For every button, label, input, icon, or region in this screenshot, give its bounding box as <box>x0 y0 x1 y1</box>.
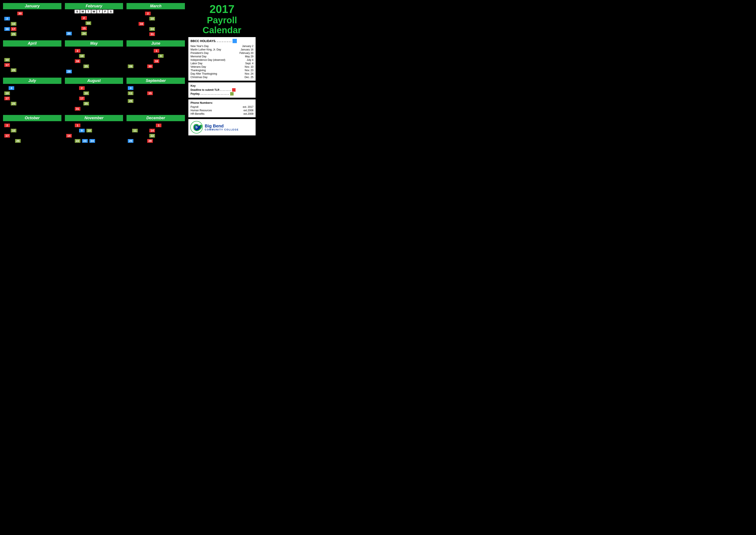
date-row: 17 <box>66 96 122 101</box>
holiday-row: Thanksgiving Nov. 23 <box>191 69 254 72</box>
month-header-april: April <box>3 40 62 46</box>
date-badge: 4 <box>128 86 133 90</box>
date-row: 10 <box>4 91 60 96</box>
date-badge: 29 <box>147 139 153 143</box>
holidays-title: BBCC HOLIDAYS. . . . . . . . . . <box>191 39 231 43</box>
logo-box: b Big Bend COMMUNITY COLLEGE <box>188 119 256 135</box>
date-row: 2 <box>4 123 60 128</box>
date-badge: 30 <box>17 12 23 15</box>
date-row: 29 <box>66 69 122 74</box>
date-badge: 16 <box>75 59 80 63</box>
month-header-october: October <box>3 115 62 121</box>
key-payday-row: Payday. . . . . . . . . . . . . . . . . … <box>191 92 254 96</box>
date-row: 10 <box>66 53 122 58</box>
date-row: 9 10 <box>66 128 122 133</box>
november-dates: 1 9 10 14 22 23 24 <box>65 123 123 144</box>
phone-box: Phone Numbers: Payroll ext. 2017 Human R… <box>188 99 256 117</box>
phone-hr-label: Human Resources <box>191 109 212 112</box>
right-panel: 2017 Payroll Calendar BBCC HOLIDAYS. . .… <box>187 2 256 149</box>
feb-days-row: S M T W T F S <box>65 9 123 14</box>
holiday-row: Independence Day (observed) July 4 <box>191 58 254 62</box>
payday-color <box>230 92 233 96</box>
day-label-s: S <box>74 10 80 14</box>
date-badge: 25 <box>11 32 16 36</box>
date-badge: 2 <box>4 124 10 127</box>
holidays-header: BBCC HOLIDAYS. . . . . . . . . . <box>191 39 254 43</box>
holiday-date: Nov. 24 <box>245 72 254 75</box>
date-badge: 10 <box>4 92 10 95</box>
date-row: 9 <box>128 53 184 58</box>
date-row: 31 <box>128 32 184 37</box>
svg-text:b: b <box>196 125 198 129</box>
date-row: 16 <box>128 59 184 63</box>
date-row: 1 <box>128 48 184 53</box>
date-row: 1 <box>66 123 122 128</box>
tlr-color <box>232 88 235 92</box>
day-label-m: M <box>80 10 85 14</box>
day-label-s2: S <box>108 10 113 14</box>
holiday-name: Memorial Day <box>191 55 206 58</box>
date-badge: 31 <box>75 107 80 111</box>
date-row: 16 17 <box>4 27 60 31</box>
date-row: 10 <box>4 57 60 62</box>
key-title: Key <box>191 84 254 87</box>
holiday-date: February 20 <box>239 51 254 55</box>
date-badge: 9 <box>79 129 85 132</box>
date-row: 22 23 24 <box>66 138 122 143</box>
date-row: 25 <box>128 99 184 103</box>
date-badge: 2 <box>4 17 10 20</box>
date-badge: 17 <box>4 63 10 67</box>
date-badge: 9 <box>158 54 164 58</box>
date-badge: 25 <box>15 139 21 143</box>
date-badge: 22 <box>75 139 80 143</box>
date-row: 14 <box>66 133 122 138</box>
month-header-july: July <box>3 78 62 84</box>
key-tlr-row: Deadline to submit TLR . . . . . . . . <box>191 88 254 92</box>
date-badge: 24 <box>149 27 155 31</box>
date-badge: 10 <box>86 129 92 132</box>
date-row: 11 14 <box>128 128 184 133</box>
july-dates: 4 10 17 25 <box>3 85 62 106</box>
date-badge: 11 <box>128 92 133 95</box>
phone-row: Payroll ext. 2017 <box>191 105 254 109</box>
month-header-march: March <box>126 3 185 9</box>
date-badge: 29 <box>66 70 72 73</box>
holiday-color-indicator <box>232 39 237 43</box>
date-badge: 2 <box>75 49 80 53</box>
phone-row: HR-Benefits ext.2009 <box>191 112 254 116</box>
date-row: 24 <box>128 27 184 31</box>
date-row: 2 <box>66 48 122 53</box>
month-header-december: December <box>126 115 185 121</box>
date-row: 15 <box>66 26 122 31</box>
holiday-date: Nov. 23 <box>245 69 254 72</box>
month-may: May 2 10 16 25 29 <box>64 40 124 75</box>
holiday-name: Independence Day (observed) <box>191 58 225 62</box>
may-dates: 2 10 16 25 29 <box>65 48 123 74</box>
holiday-name: Labor Day <box>191 62 202 65</box>
date-row: 31 <box>66 106 122 111</box>
logo-subtitle: COMMUNITY COLLEGE <box>205 128 239 131</box>
month-june: June 1 9 16 26 30 <box>126 40 186 75</box>
date-row: 11 15 <box>128 91 184 96</box>
date-badge: 10 <box>149 17 155 20</box>
holiday-row: Labor Day Sept. 4 <box>191 62 254 65</box>
date-row: 10 <box>66 91 122 96</box>
holiday-name: Martin Luther King, Jr. Day <box>191 48 221 51</box>
holiday-date: January 2 <box>242 44 254 48</box>
holiday-name: Day After Thanksgiving <box>191 72 217 75</box>
holiday-date: January 16 <box>241 48 254 51</box>
august-dates: 2 10 17 25 31 <box>65 85 123 111</box>
month-header-september: September <box>126 78 185 84</box>
date-badge: 2 <box>81 16 87 20</box>
date-badge: 11 <box>132 129 138 132</box>
date-badge: 1 <box>75 124 80 127</box>
date-row: 1 <box>128 123 184 128</box>
holiday-date: July 4 <box>247 58 254 62</box>
date-badge: 16 <box>139 22 144 26</box>
tlr-label: Deadline to submit TLR . . . . . . . . <box>191 88 231 92</box>
year-title: 2017 Payroll Calendar <box>188 3 256 35</box>
date-badge: 25 <box>83 65 89 68</box>
date-badge: 30 <box>147 65 153 68</box>
date-badge: 25 <box>11 69 16 72</box>
date-badge: 22 <box>149 134 155 138</box>
